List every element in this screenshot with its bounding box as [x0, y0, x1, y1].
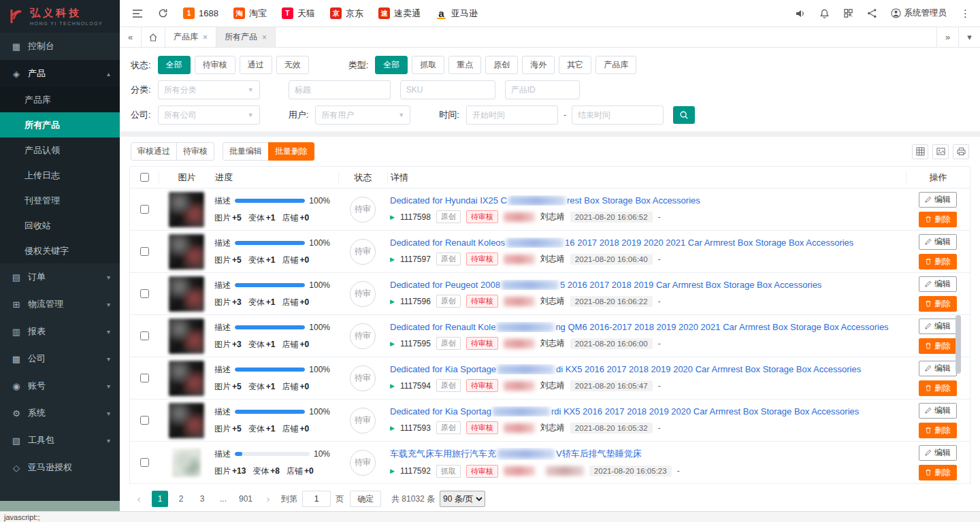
- tab-home[interactable]: [142, 27, 165, 47]
- delete-button[interactable]: 删除: [919, 380, 957, 396]
- sidebar-item-listing-management[interactable]: 刊登管理: [0, 188, 120, 213]
- product-title-link[interactable]: Dedicated for Peugeot 2008 5 2016 2017 2…: [390, 280, 899, 290]
- edit-button[interactable]: 编辑: [919, 319, 957, 334]
- page-button-3[interactable]: 3: [194, 491, 210, 507]
- sidebar-item-infringement-keywords[interactable]: 侵权关键字: [0, 238, 120, 263]
- next-page-icon[interactable]: ›: [260, 491, 276, 507]
- delete-button[interactable]: 删除: [919, 338, 957, 354]
- per-page-select[interactable]: 90 条/页: [440, 491, 485, 507]
- product-thumbnail[interactable]: [169, 234, 204, 270]
- product-thumbnail[interactable]: [172, 448, 201, 477]
- delete-button[interactable]: 删除: [919, 465, 957, 480]
- status-filter-all[interactable]: 全部: [158, 56, 191, 74]
- platform-tab-1688[interactable]: 1 1688: [183, 7, 218, 19]
- edit-button[interactable]: 编辑: [919, 445, 957, 461]
- edit-button[interactable]: 编辑: [919, 403, 957, 419]
- title-input[interactable]: [289, 80, 391, 99]
- type-filter-all[interactable]: 全部: [375, 56, 408, 74]
- column-settings-icon[interactable]: [912, 144, 928, 159]
- tab-all-products[interactable]: 所有产品 ×: [216, 27, 276, 47]
- edit-button[interactable]: 编辑: [919, 276, 957, 292]
- sidebar-item-products[interactable]: ◈ 产品 ▴: [0, 60, 120, 87]
- sidebar-collapse-bar[interactable]: [0, 501, 120, 511]
- type-filter-other[interactable]: 其它: [559, 56, 591, 74]
- delete-button[interactable]: 删除: [919, 212, 957, 227]
- notification-bell-icon[interactable]: [819, 8, 830, 19]
- sidebar-item-all-products[interactable]: 所有产品: [0, 112, 120, 137]
- confirm-button[interactable]: 确定: [350, 491, 381, 507]
- tabs-scroll-right-icon[interactable]: »: [936, 27, 958, 47]
- goto-page-input[interactable]: [302, 491, 331, 507]
- sidebar-item-orders[interactable]: ▤ 订单 ▾: [0, 263, 120, 291]
- select-all-checkbox[interactable]: [140, 173, 149, 182]
- batch-edit-button[interactable]: 批量编辑: [223, 142, 269, 161]
- row-checkbox[interactable]: [140, 331, 149, 340]
- close-icon[interactable]: ×: [203, 33, 208, 42]
- prev-page-icon[interactable]: ‹: [131, 491, 147, 507]
- batch-delete-button[interactable]: 批量删除: [268, 142, 314, 161]
- tabs-scroll-left-icon[interactable]: «: [120, 27, 142, 47]
- type-filter-original[interactable]: 原创: [485, 56, 518, 74]
- end-time-input[interactable]: [572, 105, 664, 125]
- tabs-menu-icon[interactable]: ▾: [958, 27, 980, 47]
- type-filter-key[interactable]: 重点: [448, 56, 481, 74]
- row-checkbox[interactable]: [140, 374, 149, 382]
- product-title-link[interactable]: Dedicated for Renault Kole ng QM6 2016-2…: [390, 322, 899, 332]
- refresh-icon[interactable]: [158, 8, 168, 18]
- page-button-1[interactable]: 1: [152, 491, 168, 507]
- product-thumbnail[interactable]: [169, 319, 204, 354]
- platform-tab-tmall[interactable]: T 天猫: [282, 7, 315, 20]
- product-thumbnail[interactable]: [169, 403, 204, 438]
- print-icon[interactable]: [953, 144, 969, 159]
- row-checkbox[interactable]: [140, 458, 149, 467]
- product-thumbnail[interactable]: [169, 361, 204, 396]
- delete-button[interactable]: 删除: [919, 296, 957, 312]
- kebab-menu-icon[interactable]: ⋮: [960, 7, 970, 20]
- platform-tab-aliexpress[interactable]: 速 速卖通: [378, 7, 421, 20]
- product-thumbnail[interactable]: [169, 276, 204, 312]
- type-filter-crawl[interactable]: 抓取: [412, 56, 444, 74]
- product-title-link[interactable]: Dedicated for Renault Koleos 16 2017 201…: [390, 238, 899, 248]
- row-checkbox[interactable]: [140, 205, 149, 214]
- qr-code-icon[interactable]: [843, 8, 853, 18]
- row-checkbox[interactable]: [140, 289, 149, 298]
- status-filter-passed[interactable]: 通过: [240, 56, 272, 74]
- sidebar-item-accounts[interactable]: ◉ 账号 ▾: [0, 372, 120, 399]
- edit-button[interactable]: 编辑: [919, 234, 957, 250]
- product-title-link[interactable]: Dedicated for Hyundai IX25 C rest Box St…: [390, 195, 899, 206]
- sidebar-item-reports[interactable]: ▥ 报表 ▾: [0, 318, 120, 345]
- tab-product-library[interactable]: 产品库 ×: [165, 27, 216, 47]
- sidebar-item-system[interactable]: ⚙ 系统 ▾: [0, 399, 120, 427]
- collapse-menu-icon[interactable]: [132, 9, 143, 18]
- speaker-icon[interactable]: [795, 8, 806, 19]
- share-network-icon[interactable]: [867, 8, 877, 18]
- sidebar-item-product-claim[interactable]: 产品认领: [0, 137, 120, 163]
- pending-review-button[interactable]: 待审核: [176, 142, 214, 161]
- close-icon[interactable]: ×: [262, 33, 267, 42]
- edit-button[interactable]: 编辑: [919, 361, 957, 376]
- image-display-icon[interactable]: [932, 144, 949, 159]
- platform-tab-amazon[interactable]: a 亚马逊: [436, 7, 478, 20]
- sidebar-item-upload-log[interactable]: 上传日志: [0, 163, 120, 188]
- sidebar-item-company[interactable]: ▩ 公司 ▾: [0, 345, 120, 372]
- sku-input[interactable]: [400, 80, 495, 99]
- row-checkbox[interactable]: [140, 416, 149, 425]
- start-time-input[interactable]: [466, 105, 558, 125]
- company-select[interactable]: 所有公司 ▼: [158, 105, 260, 125]
- platform-tab-jd[interactable]: 京 京东: [330, 7, 363, 20]
- product-id-input[interactable]: [505, 80, 580, 99]
- approve-button[interactable]: 审核通过: [131, 142, 177, 161]
- type-filter-product-library[interactable]: 产品库: [595, 56, 636, 74]
- page-button-2[interactable]: 2: [173, 491, 189, 507]
- type-filter-overseas[interactable]: 海外: [522, 56, 555, 74]
- product-title-link[interactable]: 车载充气床车用旅行汽车充 V轿车后排气垫睡觉床: [390, 448, 899, 460]
- platform-tab-taobao[interactable]: 淘 淘宝: [233, 7, 267, 20]
- product-title-link[interactable]: Dedicated for Kia Sportag rdi KX5 2016 2…: [390, 406, 899, 417]
- sidebar-item-toolkit[interactable]: ▧ 工具包 ▾: [0, 427, 120, 454]
- product-thumbnail[interactable]: [169, 192, 204, 227]
- sidebar-item-product-library[interactable]: 产品库: [0, 87, 120, 112]
- user-menu[interactable]: 系统管理员: [891, 7, 947, 19]
- sidebar-item-dashboard[interactable]: ▦ 控制台: [0, 33, 120, 60]
- product-title-link[interactable]: Dedicated for Kia Sportage di KX5 2016 2…: [390, 364, 899, 374]
- delete-button[interactable]: 删除: [919, 254, 957, 270]
